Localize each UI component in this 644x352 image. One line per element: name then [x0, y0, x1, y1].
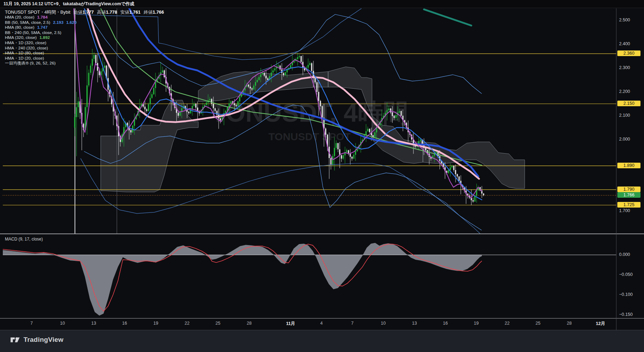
time-axis-label: 22 [499, 321, 515, 326]
indicator-legend: TONUSDT SPOT・4時間・Bybit始値1.777高値1.778安値1.… [5, 9, 164, 66]
symbol-title: TONUSDT SPOT・4時間・Bybit [5, 9, 71, 15]
macd-axis-label: 0.000 [619, 252, 642, 257]
watermark-subtitle: TONUSDT SPOT [268, 131, 351, 142]
price-axis-label: 1.700 [619, 208, 642, 213]
legend-row[interactable]: HMA・1D (320, close) [5, 40, 164, 46]
price-level-badge: 1.890 [617, 163, 640, 168]
legend-row-label: BB・240 (50, SMA, close, 2.5) [5, 30, 61, 35]
current-price-badge: 1.766 [617, 192, 640, 198]
legend-row[interactable]: HMA (80, close)1.747 [5, 25, 164, 30]
ohlc-label: 終値 [144, 9, 153, 15]
legend-row-value: 1.784 [37, 15, 48, 20]
ohlc-label: 始値 [74, 9, 83, 15]
tradingview-logo[interactable]: TradingView [10, 336, 64, 344]
ohlc-value: 1.766 [153, 9, 164, 15]
macd-histogram-area [3, 243, 482, 316]
ohlc-value: 1.778 [106, 9, 117, 15]
time-axis-label: 19 [469, 321, 484, 326]
tradingview-logo-icon [10, 336, 20, 344]
macd-legend-label: MACD (9, 17, close) [5, 237, 43, 242]
time-axis-label: 7 [345, 321, 360, 326]
legend-row-value: 1.747 [37, 25, 48, 30]
legend-row-label: BB (50, SMA, close, 2.5) [5, 20, 50, 25]
macd-axis-label: −0.050 [619, 272, 642, 277]
price-level-badge: 2.150 [617, 101, 640, 106]
price-axis-label: 2.400 [619, 41, 642, 46]
legend-row-label: HMA (320, close) [5, 35, 36, 40]
legend-row-label: HMA・1D (20, close) [5, 56, 44, 61]
legend-row[interactable]: HMA (20, close)1.784 [5, 15, 164, 20]
legend-row[interactable]: BB・240 (50, SMA, close, 2.5) [5, 30, 164, 35]
price-level-badge: 1.790 [617, 187, 640, 192]
price-level-badge: 2.360 [617, 50, 640, 56]
price-axis-label: 2.300 [619, 65, 642, 70]
legend-row[interactable]: HMA・240 (320, close) [5, 46, 164, 51]
legend-row-label: HMA・1D (80, close) [5, 50, 44, 55]
time-axis-label: 13 [407, 321, 422, 326]
ohlc-label: 安値 [120, 9, 130, 15]
macd-axis-label: −0.100 [619, 292, 642, 297]
time-axis-month-label: 12月 [593, 321, 608, 327]
tradingview-logo-text: TradingView [24, 336, 64, 344]
price-axis-label: 2.500 [619, 18, 642, 22]
price-axis-label: 2.000 [619, 137, 642, 142]
price-axis-label: 2.100 [619, 113, 642, 118]
time-axis-label: 13 [86, 321, 101, 326]
ichimoku-cloud-kumo-e [423, 142, 525, 189]
symbol-title-row[interactable]: TONUSDT SPOT・4時間・Bybit始値1.777高値1.778安値1.… [5, 9, 164, 15]
bottom-toolbar [0, 330, 644, 352]
time-axis-label: 10 [55, 321, 70, 326]
price-axis-label: 2.200 [619, 89, 642, 94]
macd-axis-label: −0.150 [619, 312, 642, 317]
legend-row[interactable]: HMA (320, close)1.892 [5, 35, 164, 40]
time-axis-label: 4 [314, 321, 329, 326]
legend-row-label: 一目均衡表® (9, 26, 52, 26) [5, 61, 55, 66]
tradingview-snapshot: 11月 19, 2025 14:12 UTC+9、takatabaがTradin… [0, 0, 644, 352]
macd-legend[interactable]: MACD (9, 17, close) [5, 237, 43, 242]
time-axis-label: 10 [376, 321, 391, 326]
overlay-line-hma-1d-320 [424, 9, 471, 26]
ohlc-value: 1.777 [82, 9, 94, 15]
legend-row[interactable]: HMA・1D (80, close) [5, 50, 164, 56]
legend-row-value: 1.892 [39, 35, 50, 40]
time-axis-label: 28 [562, 321, 577, 326]
time-axis-label: 22 [179, 321, 195, 326]
legend-row-label: HMA・240 (320, close) [5, 46, 48, 50]
time-axis-label: 7 [24, 321, 39, 326]
macd-pane[interactable] [3, 243, 616, 316]
legend-row-label: HMA・1D (320, close) [5, 40, 46, 45]
time-axis-label: 25 [530, 321, 546, 326]
time-axis-label: 25 [210, 321, 226, 326]
legend-row[interactable]: HMA・1D (20, close) [5, 56, 164, 61]
time-axis-label: 16 [117, 321, 132, 326]
ohlc-value: 1.761 [129, 9, 140, 15]
legend-row[interactable]: 一目均衡表® (9, 26, 52, 26) [5, 61, 164, 66]
time-axis-month-label: 11月 [283, 321, 298, 327]
legend-row[interactable]: BB (50, SMA, close, 2.5)2.1931.620 [5, 20, 164, 25]
time-axis-label: 28 [241, 321, 257, 326]
price-level-badge: 1.725 [617, 202, 640, 208]
time-axis-label: 19 [148, 321, 164, 326]
legend-row-label: HMA (80, close) [5, 25, 34, 30]
legend-row-label: HMA (20, close) [5, 15, 34, 20]
legend-row-value: 1.620 [66, 20, 77, 25]
ohlc-label: 高値 [97, 9, 106, 15]
legend-row-value: 2.193 [53, 20, 64, 25]
time-axis-label: 16 [438, 321, 453, 326]
